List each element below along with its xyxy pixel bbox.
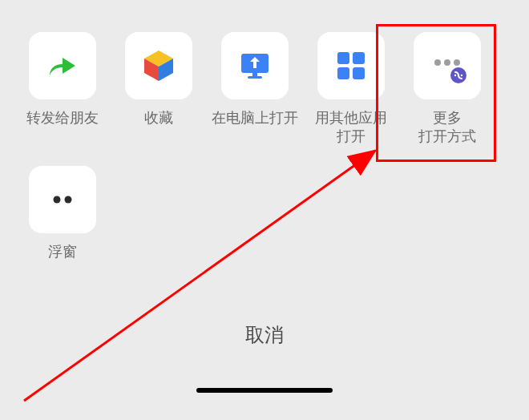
share-arrow-icon — [29, 32, 96, 99]
svg-rect-7 — [353, 52, 365, 64]
action-open-other-app[interactable]: 用其他应用 打开 — [303, 32, 399, 145]
svg-rect-8 — [337, 67, 349, 79]
svg-rect-6 — [337, 52, 349, 64]
svg-point-15 — [461, 75, 462, 76]
svg-point-10 — [434, 59, 441, 66]
cube-icon — [125, 32, 192, 99]
action-share-friend[interactable]: 转发给朋友 — [14, 32, 111, 145]
home-indicator[interactable] — [196, 388, 333, 393]
svg-point-11 — [444, 59, 450, 66]
action-label: 浮窗 — [48, 243, 77, 261]
svg-rect-9 — [353, 67, 365, 79]
action-more-open-methods[interactable]: 更多 打开方式 — [399, 32, 495, 145]
action-floating-window[interactable]: 浮窗 — [14, 166, 111, 261]
action-label: 用其他应用 打开 — [315, 109, 387, 145]
svg-rect-4 — [252, 73, 257, 76]
svg-point-12 — [454, 59, 460, 66]
svg-rect-5 — [248, 76, 262, 79]
action-label: 更多 打开方式 — [418, 109, 476, 145]
action-label: 收藏 — [144, 109, 173, 127]
action-grid: 转发给朋友 收藏 在电脑上打开 — [0, 0, 529, 282]
more-dots-icon — [414, 32, 481, 99]
svg-point-14 — [454, 75, 456, 76]
grid-apps-icon — [317, 32, 385, 99]
cancel-row: 取消 — [0, 322, 529, 348]
action-label: 转发给朋友 — [26, 109, 99, 127]
svg-point-16 — [54, 196, 61, 204]
monitor-upload-icon — [221, 32, 289, 99]
two-dots-icon — [29, 166, 96, 233]
action-open-pc[interactable]: 在电脑上打开 — [207, 32, 303, 145]
action-favorite[interactable]: 收藏 — [111, 32, 207, 145]
action-label: 在电脑上打开 — [212, 109, 298, 127]
svg-point-17 — [65, 196, 72, 204]
cancel-button[interactable]: 取消 — [245, 322, 284, 348]
